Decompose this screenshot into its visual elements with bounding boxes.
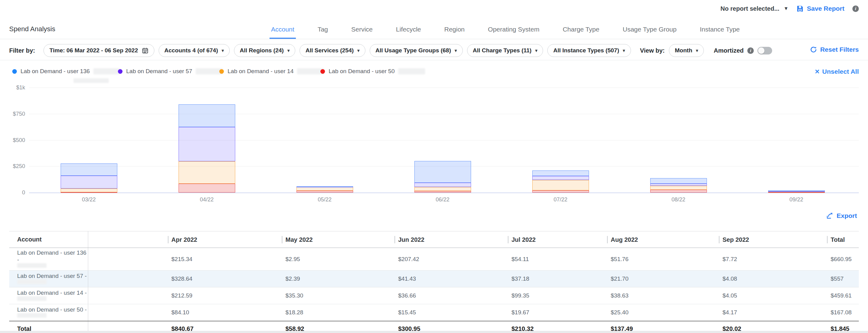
- gridline: [29, 114, 859, 114]
- account-name: Lab on Demand - user 136 -: [17, 248, 88, 265]
- view-by-label: View by:: [640, 47, 665, 54]
- chevron-down-icon: ▾: [222, 48, 224, 53]
- bar-segment-lab-on-demand-user-50-07-22: [532, 190, 589, 193]
- legend-dot: [320, 69, 325, 74]
- table-row-lab-on-demand-user-136: Lab on Demand - user 136 -$215.34$2.95$2…: [9, 248, 859, 271]
- table-cell: $25.40: [604, 304, 716, 321]
- save-report-button[interactable]: Save Report: [796, 5, 844, 12]
- view-by-dropdown[interactable]: Month ▾: [669, 44, 704, 57]
- legend-item-lab-on-demand-user-50[interactable]: Lab on Demand - user 50: [320, 68, 425, 75]
- table-cell: $41.43: [392, 271, 505, 288]
- chevron-down-icon: ▾: [358, 48, 360, 53]
- redacted-text: [17, 279, 46, 284]
- topbar: No report selected... ▼ Save Report i: [720, 3, 859, 14]
- info-icon[interactable]: i: [747, 47, 754, 54]
- save-report-label: Save Report: [807, 5, 844, 12]
- table-cell: $2.95: [279, 248, 392, 271]
- filter-pill-all-services[interactable]: All Services (254)▾: [300, 44, 365, 57]
- chevron-down-icon: ▾: [287, 48, 289, 53]
- table-cell: $21.70: [604, 271, 716, 288]
- x-axis-tick-label: 06/22: [424, 197, 461, 203]
- tab-tag[interactable]: Tag: [316, 25, 330, 39]
- export-button[interactable]: Export: [826, 212, 857, 220]
- report-selector-value: No report selected...: [720, 5, 779, 12]
- tab-usage-type-group[interactable]: Usage Type Group: [621, 25, 678, 39]
- account-cell: Lab on Demand - user 57 -: [9, 271, 88, 288]
- legend-item-lab-on-demand-user-14[interactable]: Lab on Demand - user 14: [219, 68, 324, 75]
- filter-pill-all-usage-type-groups[interactable]: All Usage Type Groups (68)▾: [370, 44, 463, 57]
- column-header-label: Aug 2022: [607, 236, 638, 243]
- tabs-divider: [0, 39, 868, 39]
- refresh-icon: [810, 46, 817, 53]
- filter-pill-all-instance-types[interactable]: All Instance Types (507)▾: [547, 44, 631, 57]
- redacted-text: [17, 263, 46, 268]
- filter-bar: Filter by: Time: 06 Mar 2022 - 06 Sep 20…: [9, 43, 859, 58]
- unselect-all-button[interactable]: ✕ Unselect All: [815, 68, 859, 75]
- bar-segment-lab-on-demand-user-14-06-22: [414, 187, 471, 191]
- bar-segment-lab-on-demand-user-136-08-22: [650, 178, 707, 184]
- unselect-all-label: Unselect All: [823, 68, 859, 75]
- filter-pill-label: All Instance Types (507): [553, 47, 619, 54]
- table-cell: $38.63: [604, 288, 716, 304]
- filter-pill-label: Accounts 4 (of 674): [164, 47, 218, 54]
- filter-pill-all-regions[interactable]: All Regions (24)▾: [234, 44, 296, 57]
- tab-lifecycle[interactable]: Lifecycle: [395, 25, 423, 39]
- info-icon[interactable]: i: [852, 5, 859, 12]
- y-axis-tick-label: $750: [0, 110, 25, 117]
- column-header-label: Jul 2022: [508, 236, 536, 243]
- bar-segment-lab-on-demand-user-50-04-22: [179, 184, 235, 193]
- table-row-lab-on-demand-user-14: Lab on Demand - user 14 -$212.59$35.30$3…: [9, 288, 859, 304]
- bar-segment-lab-on-demand-user-57-06-22: [414, 183, 471, 187]
- bar-segment-lab-on-demand-user-14-08-22: [650, 186, 707, 190]
- filter-by-label: Filter by:: [9, 47, 35, 54]
- x-axis-tick-label: 09/22: [778, 197, 815, 203]
- bar-segment-lab-on-demand-user-136-07-22: [532, 170, 589, 176]
- bar-segment-lab-on-demand-user-50-08-22: [650, 190, 707, 193]
- page-title: Spend Analysis: [9, 25, 55, 33]
- bar-segment-lab-on-demand-user-136-06-22: [414, 161, 471, 183]
- legend-item-lab-on-demand-user-136[interactable]: Lab on Demand - user 136: [12, 68, 120, 75]
- legend-label: Lab on Demand - user 57: [126, 68, 192, 75]
- filter-pill-time[interactable]: Time: 06 Mar 2022 - 06 Sep 2022: [43, 44, 154, 57]
- filter-pills: Time: 06 Mar 2022 - 06 Sep 2022Accounts …: [43, 44, 631, 57]
- filter-pill-all-charge-types[interactable]: All Charge Types (11)▾: [467, 44, 543, 57]
- bar-segment-lab-on-demand-user-50-06-22: [414, 191, 471, 193]
- reset-filters-label: Reset Filters: [820, 46, 859, 53]
- legend-dot: [118, 69, 123, 74]
- amortized-toggle[interactable]: [757, 47, 772, 55]
- table-cell: $212.59: [88, 288, 279, 304]
- column-header-total: Total: [824, 231, 859, 248]
- bar-segment-lab-on-demand-user-136-04-22: [179, 104, 235, 127]
- column-header-label: Total: [827, 236, 845, 243]
- filter-pill-accounts-4[interactable]: Accounts 4 (of 674)▾: [159, 44, 230, 57]
- tab-region[interactable]: Region: [442, 25, 466, 39]
- tab-service[interactable]: Service: [350, 25, 374, 39]
- toggle-knob: [758, 47, 765, 54]
- table-cell: $4.17: [716, 304, 824, 321]
- close-icon: ✕: [815, 68, 820, 75]
- bar-segment-lab-on-demand-user-14-05-22: [297, 187, 353, 191]
- table-cell: $459.61: [824, 288, 859, 304]
- tab-account[interactable]: Account: [270, 25, 296, 39]
- bar-segment-lab-on-demand-user-57-08-22: [650, 184, 707, 186]
- tab-instance-type[interactable]: Instance Type: [698, 25, 741, 39]
- table-cell: $36.66: [392, 288, 505, 304]
- table-cell: $37.18: [505, 271, 604, 288]
- spend-analysis-page: No report selected... ▼ Save Report i Sp…: [0, 0, 868, 333]
- legend-dot: [219, 69, 224, 74]
- amortized-control: Amortized i: [714, 47, 772, 55]
- redacted-text: [17, 313, 46, 318]
- reset-filters-button[interactable]: Reset Filters: [810, 46, 859, 53]
- column-header-label: Sep 2022: [719, 236, 749, 243]
- report-selector-dropdown[interactable]: No report selected... ▼: [720, 5, 788, 12]
- tab-operating-system[interactable]: Operating System: [486, 25, 541, 39]
- bar-segment-lab-on-demand-user-57-07-22: [532, 176, 589, 180]
- bar-segment-lab-on-demand-user-57-09-22: [768, 191, 825, 192]
- table-cell: $167.08: [824, 304, 859, 321]
- legend-item-lab-on-demand-user-57[interactable]: Lab on Demand - user 57: [118, 68, 223, 75]
- legend-label: Lab on Demand - user 14: [227, 68, 293, 75]
- table-body: Lab on Demand - user 136 -$215.34$2.95$2…: [9, 248, 859, 333]
- tab-charge-type[interactable]: Charge Type: [561, 25, 601, 39]
- table-cell: $35.30: [279, 288, 392, 304]
- bar-segment-lab-on-demand-user-50-05-22: [297, 191, 353, 193]
